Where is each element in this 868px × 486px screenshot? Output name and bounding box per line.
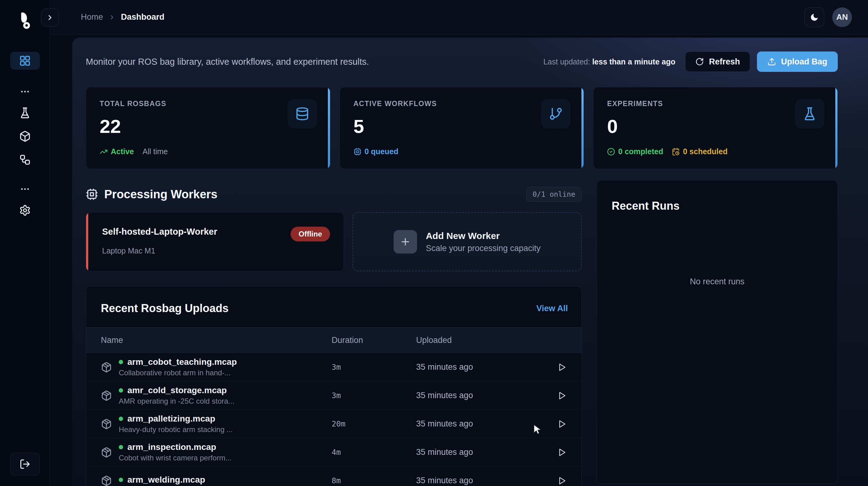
rosbag-description: Heavy-duty robotic arm stacking ...: [119, 425, 232, 434]
refresh-icon: [695, 57, 704, 66]
cpu-icon: [86, 188, 98, 200]
page-header: Monitor your ROS bag library, active wor…: [86, 52, 838, 72]
breadcrumb-home[interactable]: Home: [81, 12, 103, 22]
avatar[interactable]: AN: [832, 7, 852, 27]
column-header-name: Name: [101, 335, 332, 345]
page-subtitle: Monitor your ROS bag library, active wor…: [86, 57, 369, 67]
workers-section-header: Processing Workers 0/1 online: [86, 187, 582, 202]
stats-row: TOTAL ROSBAGS 22 Active All time ACTIVE …: [86, 87, 838, 169]
rosbag-uploaded: 35 minutes ago: [416, 476, 547, 485]
status-dot: [119, 478, 123, 482]
last-updated-label: Last updated:: [543, 57, 590, 66]
package-icon: [101, 418, 112, 429]
play-button[interactable]: [557, 419, 567, 429]
stat-iconbox: [795, 99, 825, 129]
status-dot: [119, 360, 123, 364]
play-button[interactable]: [557, 362, 567, 372]
rosbag-description: Collaborative robot arm in hand-...: [119, 368, 237, 377]
database-icon: [295, 107, 309, 121]
sidebar-item-settings[interactable]: [10, 203, 40, 218]
stat-meta-scheduled: 0 scheduled: [672, 147, 727, 156]
package-icon: [19, 130, 31, 142]
status-dot: [119, 417, 123, 421]
rosbag-name: arm_palletizing.mcap: [127, 414, 215, 424]
view-all-link[interactable]: View All: [536, 304, 568, 313]
check-circle-icon: [607, 148, 615, 156]
cpu-icon: [353, 148, 362, 156]
uploads-table-body: arm_cobot_teaching.mcap Collaborative ro…: [86, 353, 582, 486]
breadcrumb-current: Dashboard: [121, 12, 164, 22]
play-button[interactable]: [557, 448, 567, 457]
rosbag-uploaded: 35 minutes ago: [416, 391, 547, 400]
upload-icon: [768, 57, 776, 66]
rosbag-duration: 4m: [332, 448, 416, 457]
stat-card-active-workflows: ACTIVE WORKFLOWS 5 0 queued: [340, 87, 584, 169]
play-button[interactable]: [557, 391, 567, 400]
rosbag-duration: 3m: [332, 363, 416, 371]
stat-label: EXPERIMENTS: [607, 100, 824, 108]
worker-description: Laptop Mac M1: [102, 247, 330, 255]
status-dot: [119, 445, 123, 449]
table-row[interactable]: amr_cold_storage.mcap AMR operating in -…: [86, 382, 582, 410]
stat-meta-active: Active: [100, 147, 134, 156]
rosbag-description: AMR operating in -25C cold stora...: [119, 397, 235, 406]
column-header-duration: Duration: [332, 335, 416, 345]
table-row[interactable]: arm_inspection.mcap Cobot with wrist cam…: [86, 438, 582, 466]
theme-toggle-button[interactable]: [804, 7, 824, 27]
stat-meta-queued: 0 queued: [353, 147, 399, 156]
sidebar-item-dashboard[interactable]: [10, 52, 40, 70]
trending-up-icon: [100, 148, 107, 156]
stat-value: 5: [353, 115, 570, 137]
status-dot: [119, 388, 123, 393]
add-worker-subtitle: Scale your processing capacity: [426, 244, 540, 253]
rosbag-description: Cobot with wrist camera perform...: [119, 454, 231, 462]
worker-card[interactable]: Self-hosted-Laptop-Worker Offline Laptop…: [86, 212, 344, 271]
sidebar-item-experiments[interactable]: [10, 105, 40, 120]
sidebar-more-bottom[interactable]: [10, 184, 40, 194]
stat-iconbox: [287, 99, 317, 129]
package-icon: [101, 475, 112, 486]
sidebar-nav: [10, 52, 40, 218]
stat-card-total-rosbags: TOTAL ROSBAGS 22 Active All time: [86, 87, 330, 169]
recent-uploads-card: Recent Rosbag Uploads View All Name Dura…: [86, 286, 582, 486]
stat-iconbox: [541, 99, 571, 129]
stat-meta-alltime: All time: [143, 147, 168, 156]
dashboard-grid-icon: [19, 55, 31, 67]
table-row[interactable]: arm_palletizing.mcap Heavy-duty robotic …: [86, 410, 582, 438]
flask-icon: [803, 107, 817, 121]
sidebar-item-rosbags[interactable]: [10, 129, 40, 144]
stat-accent-bar: [582, 87, 584, 169]
main-content: Monitor your ROS bag library, active wor…: [72, 38, 868, 486]
package-icon: [101, 447, 112, 458]
table-row[interactable]: arm_welding.mcap 8m 35 minutes ago: [86, 466, 582, 486]
uploads-title: Recent Rosbag Uploads: [101, 302, 228, 315]
stat-accent-bar: [835, 87, 837, 169]
recent-runs-card: Recent Runs No recent runs: [596, 180, 838, 484]
settings-gear-icon: [19, 204, 31, 216]
refresh-button[interactable]: Refresh: [685, 52, 750, 72]
table-row[interactable]: arm_cobot_teaching.mcap Collaborative ro…: [86, 353, 582, 382]
package-icon: [101, 390, 112, 401]
stat-value: 0: [607, 115, 824, 137]
stat-label: TOTAL ROSBAGS: [100, 100, 316, 108]
sidebar-toggle-button[interactable]: [41, 9, 59, 27]
rosbag-name: arm_cobot_teaching.mcap: [127, 357, 237, 367]
rosbag-uploaded: 35 minutes ago: [416, 362, 547, 372]
rosbag-uploaded: 35 minutes ago: [416, 448, 547, 457]
chevron-right-icon: [108, 14, 115, 21]
play-button[interactable]: [557, 476, 567, 486]
add-worker-card[interactable]: Add New Worker Scale your processing cap…: [352, 212, 582, 271]
recent-runs-empty-message: No recent runs: [612, 232, 823, 331]
rosbag-name: arm_welding.mcap: [127, 475, 205, 485]
logout-button[interactable]: [10, 453, 40, 476]
sidebar-item-workflows[interactable]: [10, 152, 40, 167]
flask-icon: [19, 107, 31, 119]
upload-bag-button[interactable]: Upload Bag: [757, 52, 838, 72]
breadcrumb: Home Dashboard: [81, 12, 164, 22]
app-logo-icon: [17, 12, 33, 31]
worker-status-badge: Offline: [290, 227, 330, 241]
sidebar-more-top[interactable]: [10, 86, 40, 97]
worker-status-accent: [86, 213, 88, 271]
calendar-clock-icon: [672, 148, 680, 156]
stat-accent-bar: [328, 87, 330, 169]
